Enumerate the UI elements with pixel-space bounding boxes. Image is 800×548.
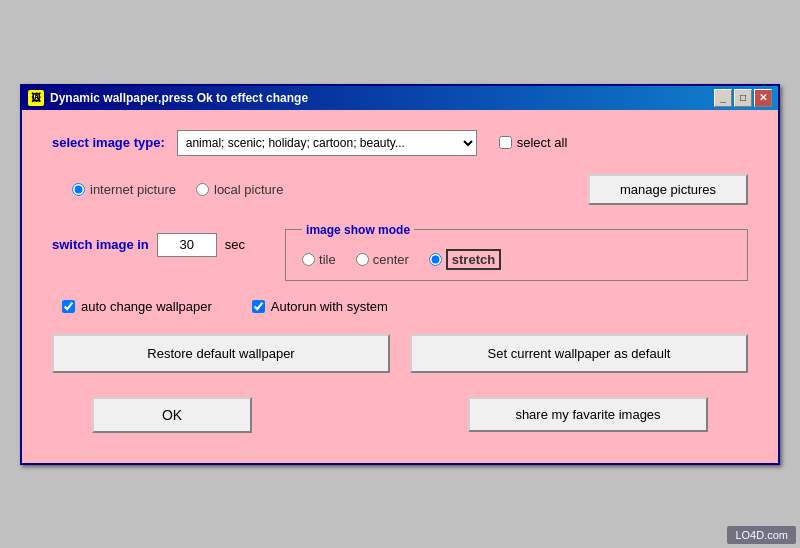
show-mode-options: tile center stretch [302, 249, 731, 270]
checkboxes-row: auto change wallpaper Autorun with syste… [62, 299, 748, 314]
select-all-wrapper: select all [499, 135, 568, 150]
watermark: LO4D.com [727, 526, 796, 544]
autorun-checkbox[interactable] [252, 300, 265, 313]
wallpaper-buttons-row: Restore default wallpaper Set current wa… [52, 334, 748, 373]
select-all-label[interactable]: select all [517, 135, 568, 150]
select-all-checkbox[interactable] [499, 136, 512, 149]
bottom-buttons-row: OK share my favarite images [52, 397, 748, 433]
image-show-mode-legend: image show mode [302, 223, 414, 237]
internet-radio[interactable] [72, 183, 85, 196]
local-picture-label: local picture [214, 182, 283, 197]
center-label: center [373, 252, 409, 267]
switch-image-section: switch image in sec [52, 233, 245, 257]
switch-interval-input[interactable] [157, 233, 217, 257]
maximize-button[interactable]: □ [734, 89, 752, 107]
tile-label: tile [319, 252, 336, 267]
window-icon: 🖼 [28, 90, 44, 106]
internet-picture-option[interactable]: internet picture [72, 182, 176, 197]
stretch-option[interactable]: stretch [429, 249, 501, 270]
image-show-mode-fieldset: image show mode tile center stretch [285, 223, 748, 281]
tile-option[interactable]: tile [302, 252, 336, 267]
auto-change-checkbox[interactable] [62, 300, 75, 313]
center-option[interactable]: center [356, 252, 409, 267]
restore-wallpaper-button[interactable]: Restore default wallpaper [52, 334, 390, 373]
autorun-label: Autorun with system [271, 299, 388, 314]
ok-button[interactable]: OK [92, 397, 252, 433]
stretch-label: stretch [446, 249, 501, 270]
main-window: 🖼 Dynamic wallpaper,press Ok to effect c… [20, 84, 780, 465]
picture-source-row: internet picture local picture manage pi… [72, 174, 748, 205]
share-button[interactable]: share my favarite images [468, 397, 708, 432]
switch-and-showmode-row: switch image in sec image show mode tile… [52, 223, 748, 281]
manage-pictures-button[interactable]: manage pictures [588, 174, 748, 205]
close-button[interactable]: ✕ [754, 89, 772, 107]
tile-radio[interactable] [302, 253, 315, 266]
autorun-option[interactable]: Autorun with system [252, 299, 388, 314]
center-radio[interactable] [356, 253, 369, 266]
stretch-radio[interactable] [429, 253, 442, 266]
sec-label: sec [225, 237, 245, 252]
image-type-row: select image type: animal; scenic; holid… [52, 130, 748, 156]
window-content: select image type: animal; scenic; holid… [22, 110, 778, 463]
window-title: Dynamic wallpaper,press Ok to effect cha… [50, 91, 308, 105]
image-type-label: select image type: [52, 135, 165, 150]
switch-image-label: switch image in [52, 237, 149, 252]
set-default-wallpaper-button[interactable]: Set current wallpaper as default [410, 334, 748, 373]
minimize-button[interactable]: _ [714, 89, 732, 107]
image-type-dropdown-wrapper: animal; scenic; holiday; cartoon; beauty… [177, 130, 477, 156]
auto-change-option[interactable]: auto change wallpaper [62, 299, 212, 314]
title-bar: 🖼 Dynamic wallpaper,press Ok to effect c… [22, 86, 778, 110]
title-controls: _ □ ✕ [714, 89, 772, 107]
local-picture-option[interactable]: local picture [196, 182, 283, 197]
image-type-select[interactable]: animal; scenic; holiday; cartoon; beauty… [177, 130, 477, 156]
title-bar-content: 🖼 Dynamic wallpaper,press Ok to effect c… [28, 90, 308, 106]
local-radio[interactable] [196, 183, 209, 196]
auto-change-label: auto change wallpaper [81, 299, 212, 314]
internet-picture-label: internet picture [90, 182, 176, 197]
